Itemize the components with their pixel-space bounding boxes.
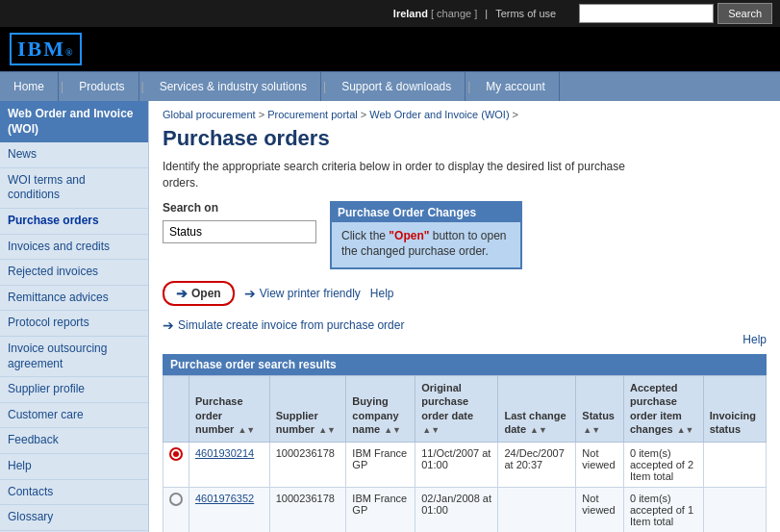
row1-last-change: 24/Dec/2007 at 20:37 [498,442,576,487]
terms-link[interactable]: Terms of use [495,8,556,19]
simulate-arrow-icon: ➔ [163,317,174,333]
sidebar: Web Order and Invoice (WOI) News WOI ter… [0,101,149,532]
printer-arrow-icon: ➔ [244,286,256,301]
sort-last-icon: ▲▼ [530,425,547,437]
results-header: Purchase order search results [163,354,767,375]
simulate-link[interactable]: Simulate create invoice from purchase or… [178,318,404,332]
breadcrumb-woi[interactable]: Web Order and Invoice (WOI) [369,109,509,120]
sort-orig-icon: ▲▼ [422,425,440,437]
nav-myaccount[interactable]: My account [472,72,559,101]
sidebar-item-purchase-orders[interactable]: Purchase orders [0,209,148,235]
sidebar-item-news[interactable]: News [0,142,148,168]
row1-supplier: 1000236178 [269,442,346,487]
results-table: Purchase order number ▲▼ Supplier number… [163,375,767,532]
search-status-input[interactable] [163,220,316,243]
tooltip-popup: Purchase Order Changes Click the "Open" … [330,201,522,270]
po-link-row2[interactable]: 4601976352 [195,493,254,504]
po-link-row1[interactable]: 4601930214 [195,447,254,459]
country-label: Ireland [ change ] [393,8,477,19]
breadcrumb-global[interactable]: Global procurement [163,109,256,120]
breadcrumb: Global procurement > Procurement portal … [163,109,767,120]
sidebar-item-protocol[interactable]: Protocol reports [0,311,148,337]
content-area: Global procurement > Procurement portal … [149,101,780,532]
help-link-1[interactable]: Help [370,287,394,300]
header: IBM® [0,27,780,71]
sidebar-item-feedback[interactable]: Feedback [0,428,148,454]
col-buying[interactable]: Buying company name ▲▼ [346,376,415,443]
nav-bar: Home | Products | Services & industry so… [0,71,780,101]
radio-row1[interactable] [169,447,183,461]
breadcrumb-procurement[interactable]: Procurement portal [267,109,358,120]
row2-select[interactable] [164,487,189,532]
col-supplier[interactable]: Supplier number ▲▼ [269,376,346,443]
top-search-button[interactable]: Search [717,3,772,24]
help-line: Help [163,333,767,346]
sidebar-item-invoices[interactable]: Invoices and credits [0,235,148,261]
col-original-date[interactable]: Original purchase order date ▲▼ [415,376,498,443]
row1-select[interactable] [164,442,189,487]
row2-last-change [498,487,576,532]
table-row: 4601976352 1000236178 IBM France GP 02/J… [164,487,767,532]
row2-original-date: 02/Jan/2008 at 01:00 [415,487,498,532]
col-select [164,376,189,443]
sort-accepted-icon: ▲▼ [677,425,694,437]
row1-accepted: 0 item(s) accepted of 2 Item total [624,442,704,487]
sidebar-item-contacts[interactable]: Contacts [0,480,148,506]
sidebar-item-remittance[interactable]: Remittance advices [0,286,148,312]
view-printer-link[interactable]: ➔ View printer friendly [244,286,361,301]
tooltip-open-word: "Open" [389,229,429,242]
simulate-row: ➔ Simulate create invoice from purchase … [163,317,767,333]
col-po-number[interactable]: Purchase order number ▲▼ [189,376,270,443]
nav-support[interactable]: Support & downloads [328,72,465,101]
sidebar-item-customer-care[interactable]: Customer care [0,403,148,429]
row1-po-number[interactable]: 4601930214 [189,442,270,487]
sidebar-item-woi-terms[interactable]: WOI terms and conditions [0,168,148,209]
nav-services[interactable]: Services & industry solutions [146,72,321,101]
top-search-area: Search [579,3,772,24]
col-accepted[interactable]: Accepted purchase order item changes ▲▼ [624,376,704,443]
results-section: Purchase order search results Purchase o… [163,354,767,532]
sort-buying-icon: ▲▼ [384,425,401,437]
radio-row2[interactable] [169,493,183,506]
sort-po-icon: ▲▼ [238,425,255,437]
search-on-label: Search on [163,201,316,215]
top-bar: Ireland [ change ] | Terms of use Search [0,0,780,27]
row1-invoicing [703,442,766,487]
nav-products[interactable]: Products [65,72,138,101]
row1-buying: IBM France GP [346,442,415,487]
row2-buying: IBM France GP [346,487,415,532]
sidebar-item-supplier-profile[interactable]: Supplier profile [0,377,148,403]
row2-accepted: 0 item(s) accepted of 1 Item total [624,487,704,532]
row1-status: Not viewed [576,442,624,487]
sidebar-section-header: Web Order and Invoice (WOI) [0,101,148,142]
table-row: 4601930214 1000236178 IBM France GP 11/O… [164,442,767,487]
buttons-row: ➔ Open ➔ View printer friendly Help [163,281,767,306]
col-last-change[interactable]: Last change date ▲▼ [498,376,576,443]
page-title: Purchase orders [163,126,767,151]
open-button-label: Open [191,287,221,300]
sidebar-item-glossary[interactable]: Glossary [0,505,148,531]
tooltip-title: Purchase Order Changes [332,203,520,222]
sort-supplier-icon: ▲▼ [318,425,336,437]
row2-po-number[interactable]: 4601976352 [189,487,270,532]
col-invoicing: Invoicing status [703,376,766,443]
sidebar-item-rejected[interactable]: Rejected invoices [0,260,148,286]
row2-status: Not viewed [576,487,624,532]
table-header-row: Purchase order number ▲▼ Supplier number… [164,376,767,443]
main-layout: Web Order and Invoice (WOI) News WOI ter… [0,101,780,532]
search-form-area: Search on Purchase Order Changes Click t… [163,201,767,334]
sidebar-item-invoice-outsourcing[interactable]: Invoice outsourcing agreement [0,337,148,377]
col-status[interactable]: Status ▲▼ [576,376,624,443]
top-search-input[interactable] [579,4,714,23]
separator: | [485,8,488,19]
open-arrow-icon: ➔ [176,286,188,301]
open-button[interactable]: ➔ Open [163,281,235,306]
help-link-2[interactable]: Help [742,333,767,346]
view-printer-label: View printer friendly [260,287,361,300]
country-name: Ireland [393,8,428,19]
nav-home[interactable]: Home [0,72,59,101]
row2-supplier: 1000236178 [269,487,346,532]
tooltip-text: Click the "Open" button to open the chan… [341,228,511,261]
change-link[interactable]: [ change ] [431,8,477,19]
sidebar-item-help[interactable]: Help [0,454,148,480]
